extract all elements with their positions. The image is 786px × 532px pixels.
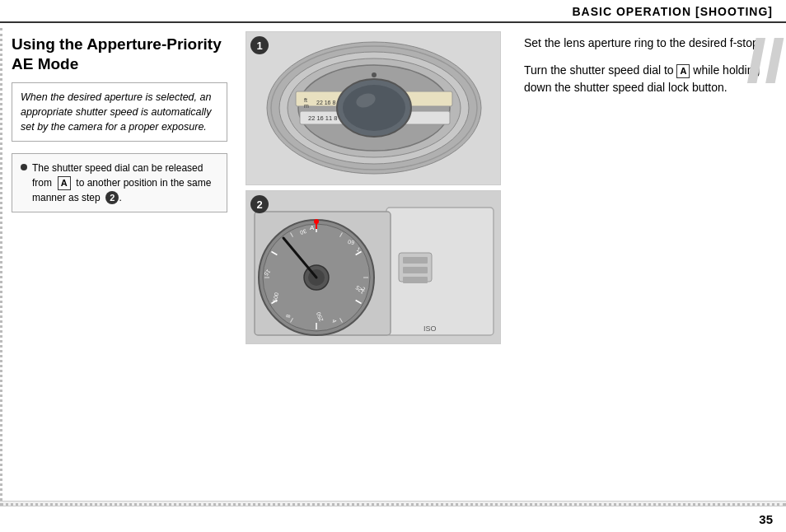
section-title: Using the Apperture-Priority AE Mode <box>12 35 227 74</box>
step1-description: Set the lens aperture ring to the desire… <box>524 35 774 52</box>
svg-rect-24 <box>403 277 428 283</box>
svg-rect-22 <box>403 257 428 264</box>
main-content: Using the Apperture-Priority AE Mode Whe… <box>0 23 786 501</box>
shutter-diagram: ISO A 1 2 4 8 15 30 <box>246 190 501 344</box>
step2-description: Turn the shutter speed dial to A while h… <box>524 62 774 96</box>
side-note-badge-a: A <box>58 176 71 190</box>
diagram-1-container: 1 ft m ∞ 75 30 <box>246 31 501 185</box>
side-note-box: The shutter speed dial can be released f… <box>12 153 227 212</box>
side-note-badge-2: 2 <box>105 191 119 204</box>
page-footer: 35 <box>0 506 786 532</box>
step2-badge: A <box>676 64 690 78</box>
bullet-icon <box>21 164 27 170</box>
header-title: BASIC OPERATION [SHOOTING] <box>572 5 773 18</box>
side-note-bullet: The shutter speed dial can be released f… <box>21 161 218 205</box>
page-number: 35 <box>759 512 773 526</box>
shutter-svg: ISO A 1 2 4 8 15 30 <box>246 191 501 343</box>
svg-rect-23 <box>403 267 428 273</box>
watermark: II <box>746 28 783 94</box>
lens-diagram: ft m ∞ 75 30 20 20 10 7 22 16 8 4f▶4 8 1… <box>246 31 501 185</box>
svg-text:ISO: ISO <box>423 324 437 333</box>
right-panel: Set the lens aperture ring to the desire… <box>511 23 786 501</box>
step-2-number: 2 <box>250 195 269 213</box>
italic-note-text: When the desired aperture is selected, a… <box>21 91 211 133</box>
lens-svg: ft m ∞ 75 30 20 20 10 7 22 16 8 4f▶4 8 1… <box>246 32 501 184</box>
diagram-2-container: 2 ISO <box>246 190 501 344</box>
side-note-text: The shutter speed dial can be released f… <box>32 161 218 205</box>
step-1-number: 1 <box>250 36 269 54</box>
svg-text:A: A <box>310 224 315 231</box>
center-panel: 1 ft m ∞ 75 30 <box>239 23 511 501</box>
italic-note-box: When the desired aperture is selected, a… <box>12 82 227 142</box>
svg-point-18 <box>372 72 377 77</box>
page-header: BASIC OPERATION [SHOOTING] <box>0 0 786 23</box>
left-panel: Using the Apperture-Priority AE Mode Whe… <box>0 23 239 501</box>
svg-text:ft: ft <box>304 97 307 103</box>
svg-text:m: m <box>304 103 309 109</box>
step2-desc-before: Turn the shutter speed dial to <box>524 63 674 77</box>
svg-point-56 <box>314 219 319 224</box>
dotted-border-left <box>0 28 5 506</box>
svg-text:60: 60 <box>348 239 355 245</box>
svg-point-16 <box>343 85 405 131</box>
